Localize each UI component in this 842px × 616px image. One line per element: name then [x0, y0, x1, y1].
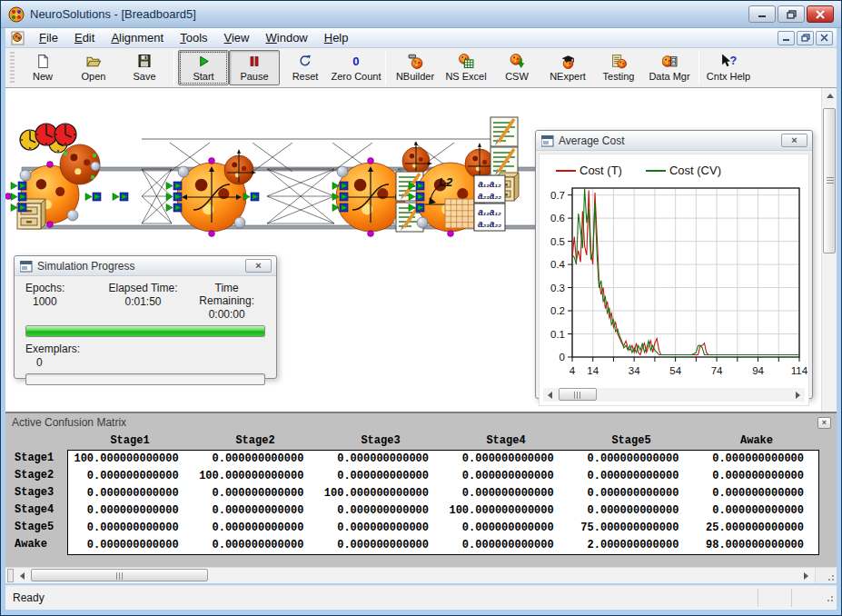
matrix-cell: 0.000000000000 [443, 451, 569, 468]
simulation-progress-title: Simulation Progress [37, 260, 245, 273]
nexpert-icon [560, 53, 576, 69]
mdi-close-button[interactable] [816, 31, 833, 45]
exemplars-value: 0 [25, 356, 265, 369]
open-button[interactable]: Open [68, 50, 119, 85]
data-mgr-button[interactable]: Data Mgr [644, 50, 695, 85]
average-cost-titlebar[interactable]: Average Cost × [536, 131, 812, 151]
status-bar: Ready [5, 585, 837, 610]
simulation-progress-titlebar[interactable]: Simulation Progress × [15, 256, 276, 276]
scroll-right-arrow[interactable] [791, 388, 805, 402]
nbuilder-icon [408, 53, 423, 69]
testing-button[interactable]: Testing [593, 50, 644, 85]
toolbar-button-label: Pause [240, 71, 268, 82]
matrix-cell: 0.000000000000 [193, 485, 319, 502]
chart-scroll-thumb[interactable] [559, 388, 597, 401]
cost--t--line [572, 191, 799, 355]
toolbar-button-label: Zero Count [331, 71, 381, 82]
toolbar-button-label: Cntx Help [707, 71, 750, 82]
window-title: NeuroSolutions - [Breadboard5] [30, 7, 748, 21]
zero-count-button[interactable]: 0Zero Count [331, 50, 381, 85]
scroll-up-arrow[interactable] [822, 88, 837, 103]
save-button[interactable]: Save [119, 50, 170, 85]
y-tick-label: 0.6 [550, 213, 565, 224]
full-synapse-icon[interactable] [267, 169, 334, 224]
status-text: Ready [5, 591, 758, 604]
vertical-scroll-thumb[interactable] [823, 108, 836, 253]
table-row: 0.0000000000000.0000000000000.0000000000… [68, 520, 818, 537]
horizontal-scrollbar[interactable] [5, 567, 837, 583]
start-button[interactable]: Start [178, 50, 229, 85]
close-button[interactable] [807, 5, 834, 23]
matrix-cell: 0.000000000000 [68, 502, 193, 520]
y-tick-label: 0.7 [550, 190, 565, 201]
toolbar-button-label: Data Mgr [649, 71, 689, 82]
restore-button[interactable] [778, 5, 805, 23]
window-titlebar[interactable]: NeuroSolutions - [Breadboard5] [1, 1, 841, 28]
confusion-matrix-close-button[interactable]: × [817, 417, 831, 429]
menu-tools[interactable]: Tools [172, 29, 215, 46]
hidden-axon-icon[interactable] [60, 144, 100, 184]
mdi-client-area: L2a₁₁a₁₂a₂₁a₂₂a₁₁a₁₂a₂₁a₂₂ Simulation Pr… [5, 88, 837, 567]
average-cost-close-button[interactable]: × [781, 134, 807, 147]
scroll-right-arrow[interactable] [799, 569, 813, 582]
horizontal-scroll-thumb[interactable] [31, 569, 208, 581]
new-document-icon [35, 53, 51, 69]
pane-splitter[interactable] [7, 569, 14, 582]
reset-button[interactable]: Reset [280, 50, 331, 85]
nbuilder-button[interactable]: NBuilder [390, 50, 441, 85]
minimize-button[interactable] [748, 5, 776, 23]
menu-edit[interactable]: Edit [66, 29, 103, 46]
resize-grip[interactable] [825, 593, 834, 602]
matrix-cell: 0.000000000000 [193, 537, 319, 554]
menu-help[interactable]: Help [316, 29, 357, 46]
matrix-cell: 0.000000000000 [443, 468, 569, 485]
table-row: 100.0000000000000.0000000000000.00000000… [68, 451, 818, 468]
new-button[interactable]: New [17, 50, 68, 85]
nexpert-button[interactable]: NExpert [542, 50, 593, 85]
simulation-progress-close-button[interactable]: × [245, 259, 272, 273]
mdi-restore-button[interactable] [797, 31, 814, 45]
probe-icon[interactable] [490, 147, 518, 176]
weight-matrix-icon[interactable]: a₁₁a₁₂a₂₁a₂₂ [474, 204, 505, 231]
csw-button[interactable]: CSW [491, 50, 542, 85]
matrix-values: 100.0000000000000.0000000000000.00000000… [67, 450, 819, 555]
probe-icon[interactable] [490, 117, 518, 146]
weight-matrix-icon[interactable]: a₁₁a₁₂a₂₁a₂₂ [474, 175, 505, 203]
ns-excel-button[interactable]: NS Excel [441, 50, 491, 85]
table-row: 0.0000000000000.0000000000000.0000000000… [68, 502, 818, 520]
breadboard-doc-icon [11, 31, 25, 45]
scroll-left-arrow[interactable] [15, 569, 29, 582]
toolbar-grip[interactable] [10, 52, 15, 84]
menu-alignment[interactable]: Alignment [103, 29, 172, 46]
matrix-cell: 0.000000000000 [693, 485, 818, 502]
x-tick-label: 14 [587, 365, 599, 376]
y-tick-label: 0.3 [550, 283, 565, 293]
simulation-progress-window[interactable]: Simulation Progress × Epochs: 1000 Elaps… [14, 255, 277, 379]
matrix-cell: 0.000000000000 [318, 502, 443, 520]
matrix-cell: 0.000000000000 [68, 537, 193, 554]
size-box [815, 568, 837, 583]
average-cost-window[interactable]: Average Cost × Cost (T)Cost (CV) 00.10.2… [535, 130, 813, 399]
matrix-cell: 100.000000000000 [193, 468, 319, 485]
scroll-left-arrow[interactable] [543, 388, 557, 402]
matrix-cell: 0.000000000000 [443, 520, 569, 537]
matrix-cell: 0.000000000000 [193, 520, 319, 537]
time-remaining-value: 0:00:00 [188, 308, 265, 321]
ns-excel-icon [459, 53, 474, 69]
elapsed-time-value: 0:01:50 [98, 295, 189, 308]
chart-horizontal-scrollbar[interactable] [543, 388, 805, 402]
save-icon [137, 53, 152, 69]
matrix-cell: 100.000000000000 [443, 502, 569, 520]
vertical-scrollbar[interactable] [821, 88, 837, 412]
svg-text:0: 0 [352, 55, 359, 68]
matrix-cell: 100.000000000000 [68, 451, 193, 468]
pause-button[interactable]: Pause [229, 50, 280, 85]
menu-view[interactable]: View [216, 29, 258, 46]
cntx-help-button[interactable]: ?Cntx Help [703, 50, 754, 85]
gradient-search-icon[interactable] [224, 149, 256, 184]
menu-file[interactable]: File [31, 29, 66, 46]
menu-window[interactable]: Window [258, 29, 316, 46]
matrix-row-label: Stage5 [9, 519, 67, 536]
mdi-minimize-button[interactable] [778, 31, 795, 45]
epochs-value: 1000 [25, 295, 98, 308]
